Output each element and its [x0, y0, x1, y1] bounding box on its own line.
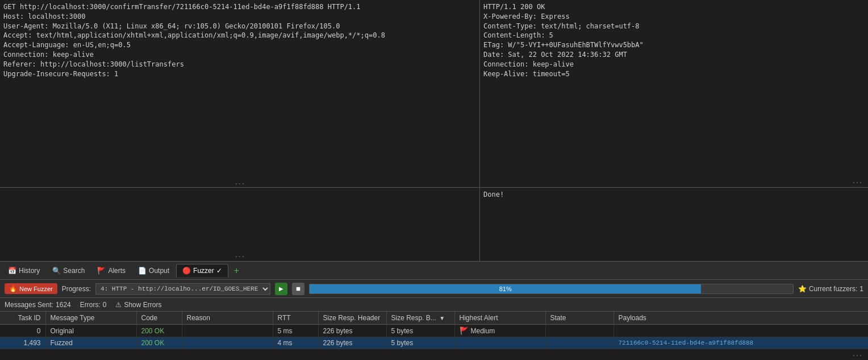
cell-reason [182, 337, 273, 349]
cell-message-type: Fuzzed [45, 337, 136, 349]
col-header-state[interactable]: State [545, 312, 614, 325]
new-fuzzer-label: New Fuzzer [19, 285, 53, 292]
errors-count: Errors: 0 [80, 301, 107, 309]
stop-icon: ■ [296, 284, 301, 293]
history-icon: 📅 [8, 267, 16, 275]
cell-size-body: 5 bytes [386, 337, 454, 349]
cell-code: 200 OK [136, 325, 182, 337]
errors-value: 0 [103, 301, 107, 309]
output-icon: 📄 [138, 267, 147, 275]
messages-sent: Messages Sent: 1624 [5, 301, 71, 309]
fuzzer-checkmark: ✓ [216, 267, 222, 275]
col-header-message-type[interactable]: Message Type [45, 312, 136, 325]
col-header-highest-alert[interactable]: Highest Alert [454, 312, 545, 325]
show-errors-button[interactable]: ⚠ Show Errors [115, 301, 161, 309]
cell-size-header: 226 bytes [318, 325, 386, 337]
progress-bar-outer: 81% [309, 284, 794, 294]
tab-search-label: Search [63, 267, 85, 275]
tab-output-label: Output [149, 267, 169, 275]
tab-output[interactable]: 📄 Output [132, 264, 175, 277]
cell-size-body: 5 bytes [386, 325, 454, 337]
cell-state [545, 337, 614, 349]
bottom-panels: ... Done! ... [0, 188, 868, 262]
response-body-content: Done! [483, 190, 865, 200]
response-body-panel: Done! ... [480, 188, 868, 261]
cell-size-header: 226 bytes [318, 337, 386, 349]
col-header-reason[interactable]: Reason [182, 312, 273, 325]
flag-icon: 🚩 [460, 326, 469, 335]
panel-divider-dots-left[interactable]: ... [232, 179, 247, 187]
results-table: Task ID Message Type Code Reason RTT Siz… [0, 312, 868, 349]
table-body: 0Original200 OK5 ms226 bytes5 bytes🚩 Med… [0, 325, 868, 349]
results-table-wrap: Task ID Message Type Code Reason RTT Siz… [0, 312, 868, 360]
col-header-size-resp-body[interactable]: Size Resp. B... ▼ [386, 312, 454, 325]
fuzzer-select-wrap: 4: HTTP - http://localho...er/ID_GOES_HE… [95, 283, 270, 295]
request-panel: GET http://localhost:3000/confirmTransfe… [0, 0, 480, 187]
cell-rtt: 4 ms [273, 337, 318, 349]
tab-search[interactable]: 🔍 Search [47, 264, 90, 277]
cell-payloads [614, 325, 868, 337]
tab-bar: 📅 History 🔍 Search 🚩 Alerts 📄 Output 🔴 F… [0, 262, 868, 280]
new-fuzzer-flame-icon: 🔥 [9, 285, 17, 292]
col-highest-alert-label: Highest Alert [460, 314, 498, 322]
top-panels: GET http://localhost:3000/confirmTransfe… [0, 0, 868, 188]
cell-reason [182, 325, 273, 337]
progress-text: 81% [499, 285, 512, 292]
play-button[interactable]: ▶ [275, 283, 287, 295]
panel-divider-dots-right[interactable]: ... [852, 179, 862, 185]
tab-history[interactable]: 📅 History [2, 264, 45, 277]
col-header-payloads[interactable]: Payloads [614, 312, 868, 325]
response-panel: HTTP/1.1 200 OK X-Powered-By: Express Co… [480, 0, 868, 187]
request-body-panel: ... [0, 188, 480, 261]
col-header-task-id[interactable]: Task ID [0, 312, 45, 325]
table-row[interactable]: 1,493Fuzzed200 OK4 ms226 bytes5 bytes721… [0, 337, 868, 349]
sort-desc-icon: ▼ [439, 315, 445, 321]
tab-fuzzer[interactable]: 🔴 Fuzzer ✓ [176, 264, 228, 277]
request-content: GET http://localhost:3000/confirmTransfe… [3, 2, 476, 78]
stop-button[interactable]: ■ [292, 283, 304, 295]
fuzzer-target-select[interactable]: 4: HTTP - http://localho...er/ID_GOES_HE… [95, 283, 270, 295]
add-tab-button[interactable]: + [229, 263, 244, 278]
cell-highest-alert: 🚩 Medium [454, 325, 545, 337]
progress-wrap: 81% [309, 284, 794, 294]
current-fuzzers-label: Current fuzzers: [809, 285, 857, 293]
tab-fuzzer-label: Fuzzer [193, 267, 214, 275]
cell-task-id: 0 [0, 325, 45, 337]
progress-label: Progress: [62, 285, 91, 293]
new-fuzzer-button[interactable]: 🔥 New Fuzzer [5, 283, 57, 294]
alert-label: Medium [471, 327, 495, 335]
current-fuzzers-value: 1 [859, 285, 863, 293]
tab-alerts[interactable]: 🚩 Alerts [91, 264, 131, 277]
cell-state [545, 325, 614, 337]
cell-code: 200 OK [136, 337, 182, 349]
col-header-code[interactable]: Code [136, 312, 182, 325]
play-icon: ▶ [279, 285, 283, 292]
col-message-type-label: Message Type [51, 314, 95, 322]
col-rtt-label: RTT [278, 314, 291, 322]
messages-sent-label: Messages Sent: [5, 301, 53, 309]
cell-message-type: Original [45, 325, 136, 337]
progress-bar-inner: 81% [310, 284, 701, 293]
col-payloads-label: Payloads [619, 314, 646, 322]
fuzzer-icon: 🔴 [182, 267, 191, 275]
warning-icon: ⚠ [115, 301, 122, 309]
cell-rtt: 5 ms [273, 325, 318, 337]
search-icon: 🔍 [52, 267, 61, 275]
table-row[interactable]: 0Original200 OK5 ms226 bytes5 bytes🚩 Med… [0, 325, 868, 337]
cell-task-id: 1,493 [0, 337, 45, 349]
alert-medium: 🚩 Medium [460, 326, 495, 335]
col-header-rtt[interactable]: RTT [273, 312, 318, 325]
current-fuzzers: ⭐ Current fuzzers: 1 [798, 285, 863, 293]
col-size-resp-body-label: Size Resp. B... [391, 314, 436, 322]
response-content: HTTP/1.1 200 OK X-Powered-By: Express Co… [483, 2, 865, 78]
bottom-left-dots[interactable]: ... [235, 253, 245, 259]
col-size-resp-header-label: Size Resp. Header [323, 314, 381, 322]
cell-highest-alert [454, 337, 545, 349]
tab-history-label: History [19, 267, 40, 275]
current-fuzzers-star-icon: ⭐ [798, 285, 807, 293]
show-errors-label: Show Errors [124, 301, 161, 309]
table-header-row: Task ID Message Type Code Reason RTT Siz… [0, 312, 868, 325]
errors-label: Errors: [80, 301, 101, 309]
col-header-size-resp-header[interactable]: Size Resp. Header [318, 312, 386, 325]
col-state-label: State [550, 314, 566, 322]
